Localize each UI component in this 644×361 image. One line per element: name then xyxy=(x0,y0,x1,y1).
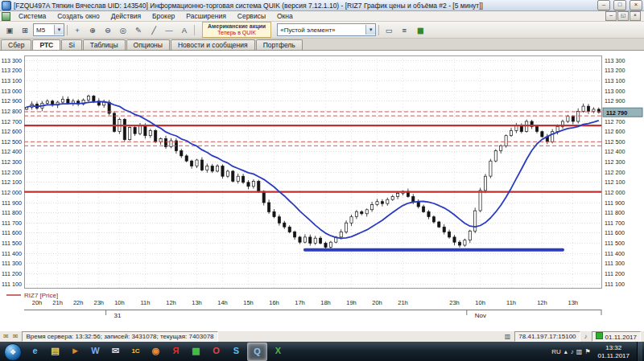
hline-icon[interactable]: — xyxy=(162,23,176,37)
taskbar-app-explorer[interactable]: ▤ xyxy=(46,343,64,359)
tab-ртс[interactable]: РТС xyxy=(32,39,60,50)
taskbar-clock[interactable]: 13:32 01.11.2017 xyxy=(594,344,634,359)
interval-value: M5 xyxy=(36,27,45,34)
bars-style-icon[interactable]: ▮▮ xyxy=(412,23,427,37)
text-tool-icon[interactable]: A xyxy=(177,23,192,37)
mdi-minimize-button[interactable]: – xyxy=(605,11,617,21)
tab-опционы[interactable]: Опционы xyxy=(126,39,170,50)
tab-портфель[interactable]: Портфель xyxy=(256,39,303,50)
svg-text:112 500: 112 500 xyxy=(605,138,625,146)
svg-text:111 300: 111 300 xyxy=(2,260,22,267)
svg-text:22h: 22h xyxy=(73,299,84,306)
svg-text:11h: 11h xyxy=(506,299,516,306)
search-icon[interactable]: ◎ xyxy=(116,23,130,37)
pencil-icon[interactable]: ✎ xyxy=(131,23,146,37)
svg-text:19h: 19h xyxy=(346,299,357,306)
sound-icon[interactable]: ♪ xyxy=(584,333,588,340)
svg-text:111 900: 111 900 xyxy=(605,199,625,207)
svg-text:112 900: 112 900 xyxy=(605,97,625,105)
clock-time: 13:32 xyxy=(598,344,630,352)
mail-icon[interactable]: ✉ xyxy=(3,333,9,340)
taskbar-app-1c[interactable]: 1С xyxy=(126,343,145,359)
close-button[interactable]: × xyxy=(630,0,642,10)
mdi-child-icon[interactable] xyxy=(2,12,10,21)
messages-icon[interactable]: ✉ xyxy=(13,333,19,340)
menu-item-сервисы[interactable]: Сервисы xyxy=(232,12,271,20)
promo-banner[interactable]: Американские акции Теперь в QUIK xyxy=(202,22,271,38)
workspace-tabs: СберРТСSiТаблицыОпционыНовости и сообщен… xyxy=(0,39,644,51)
svg-text:112 100: 112 100 xyxy=(2,178,22,186)
quik-logo-icon xyxy=(2,1,11,10)
taskbar-app-opera[interactable]: O xyxy=(207,343,225,359)
title-bar[interactable]: [FZQU497A Тяпкин Вячеслав UID: 143540] И… xyxy=(0,0,644,11)
svg-text:20h: 20h xyxy=(32,299,43,306)
zoom-in-icon[interactable]: ⊕ xyxy=(85,23,100,37)
menu-item-система[interactable]: Система xyxy=(13,12,52,20)
maximize-button[interactable]: □ xyxy=(613,0,626,10)
empty-element-combo[interactable]: «Пустой элемент» ▼ xyxy=(277,23,376,36)
start-button[interactable]: ❖ xyxy=(4,343,22,361)
svg-text:111 900: 111 900 xyxy=(2,199,22,207)
menu-item-окна[interactable]: Окна xyxy=(271,12,299,20)
menu-item-брокер[interactable]: Брокер xyxy=(147,12,180,20)
chart-area[interactable]: 111 100111 100111 200111 200111 300111 3… xyxy=(0,51,644,330)
tab-сбер[interactable]: Сбер xyxy=(1,39,31,50)
mdi-close-button[interactable]: × xyxy=(630,11,641,21)
taskbar-app-excel[interactable]: X xyxy=(269,343,287,359)
tray-flag-icon[interactable]: ⚑ xyxy=(584,348,590,355)
crosshair-icon[interactable]: + xyxy=(70,23,85,37)
svg-text:18h: 18h xyxy=(320,299,331,306)
menu-bar: СистемаСоздать окноДействияБрокерРасшире… xyxy=(0,11,644,22)
mdi-window-controls: – ◱ × xyxy=(605,11,642,21)
svg-text:112 600: 112 600 xyxy=(605,128,625,135)
taskbar-app-quik[interactable]: Q xyxy=(247,343,267,361)
mdi-restore-button[interactable]: ◱ xyxy=(617,11,629,21)
taskbar-app-word[interactable]: W xyxy=(86,343,105,359)
svg-text:11h: 11h xyxy=(140,299,150,306)
svg-text:113 200: 113 200 xyxy=(2,67,22,74)
scale-icon[interactable]: ⊞ xyxy=(18,23,32,37)
taskbar-app-skype[interactable]: S xyxy=(227,343,246,359)
tray-volume-icon[interactable]: ♪ xyxy=(571,348,574,355)
svg-text:111 500: 111 500 xyxy=(605,240,625,247)
chevron-down-icon[interactable]: ▼ xyxy=(54,25,64,35)
menu-item-расширения[interactable]: Расширения xyxy=(180,12,231,20)
svg-text:113 200: 113 200 xyxy=(605,67,625,74)
svg-text:20h: 20h xyxy=(372,299,382,306)
tray-network-icon[interactable]: ▥ xyxy=(576,348,583,355)
language-indicator[interactable]: RU xyxy=(551,348,561,355)
show-desktop-button[interactable] xyxy=(637,342,642,361)
clock-date: 01.11.2017 xyxy=(598,352,630,360)
minimize-button[interactable]: – xyxy=(597,0,610,10)
interval-combo[interactable]: M5 ▼ xyxy=(33,23,64,36)
tab-новости-и-сообщения[interactable]: Новости и сообщения xyxy=(171,39,255,50)
chevron-down-icon[interactable]: ▼ xyxy=(365,25,375,35)
taskbar-app-yandex[interactable]: Я xyxy=(167,343,185,359)
tab-si[interactable]: Si xyxy=(61,39,82,50)
svg-text:112 300: 112 300 xyxy=(605,158,625,166)
svg-text:31: 31 xyxy=(114,312,122,319)
svg-text:113 300: 113 300 xyxy=(2,57,22,64)
menu-item-действия[interactable]: Действия xyxy=(105,12,147,20)
svg-text:112 000: 112 000 xyxy=(2,189,22,196)
svg-text:112 800: 112 800 xyxy=(2,108,22,115)
taskbar-app-firefox[interactable]: ◉ xyxy=(147,343,165,359)
taskbar-app-ie[interactable]: e xyxy=(26,343,44,359)
price-chart-svg[interactable]: 111 100111 100111 200111 200111 300111 3… xyxy=(0,51,644,330)
taskbar-app-mail[interactable]: ✉ xyxy=(106,343,125,359)
promo-banner-line2: Теперь в QUIK xyxy=(208,30,266,36)
svg-text:10h: 10h xyxy=(475,299,485,306)
eraser-icon[interactable]: ▭ xyxy=(382,23,396,37)
indicator-icon[interactable]: ≡ xyxy=(397,23,411,37)
zoom-out-icon[interactable]: ⊖ xyxy=(101,23,115,37)
menu-item-создать-окно[interactable]: Создать окно xyxy=(52,12,105,20)
svg-text:112 790: 112 790 xyxy=(606,109,627,117)
status-bar: ✉ ✉ Время сервера: 13:32:56; записей: 34… xyxy=(0,330,644,342)
tray-expand-icon[interactable]: ▴ xyxy=(564,348,568,355)
trendline-icon[interactable]: ╱ xyxy=(147,23,161,37)
svg-text:12h: 12h xyxy=(537,299,547,306)
taskbar-app-media[interactable]: ► xyxy=(66,343,85,359)
taskbar-app-terminal[interactable]: ▦ xyxy=(187,343,205,359)
tab-таблицы[interactable]: Таблицы xyxy=(83,39,126,50)
chart-window-icon[interactable]: ▣ xyxy=(2,23,17,37)
